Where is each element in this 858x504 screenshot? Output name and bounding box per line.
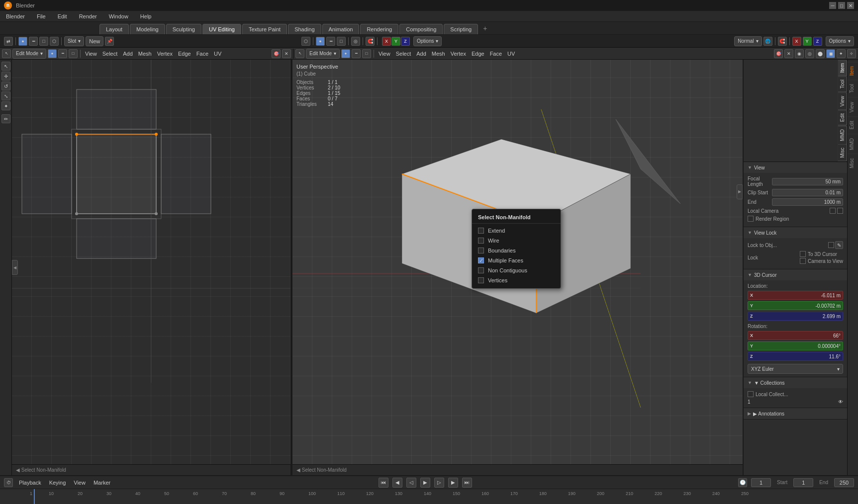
tab-sculpting[interactable]: Sculpting xyxy=(166,24,201,34)
ctx-wire[interactable]: Wire xyxy=(472,236,561,246)
3d-mesh-menu[interactable]: Mesh xyxy=(430,50,447,58)
view-lock-header[interactable]: ▼ View Lock xyxy=(744,227,847,238)
lock-to-obj-check[interactable] xyxy=(828,242,834,248)
uv-vertex-menu[interactable]: Vertex xyxy=(155,50,175,58)
playback-menu[interactable]: Playback xyxy=(17,479,43,487)
uv-right-icon2[interactable]: ✕ xyxy=(282,49,291,58)
viewport-shading2[interactable]: ◎ xyxy=(805,49,814,58)
viewport-shading6[interactable]: ✧ xyxy=(847,49,856,58)
3d-face-menu[interactable]: Face xyxy=(488,50,504,58)
uv-edge-mode2[interactable]: ━ xyxy=(58,49,67,58)
left-tool-rotate[interactable]: ↺ xyxy=(1,82,10,90)
next-frame-btn[interactable]: ▶ xyxy=(448,478,458,488)
edge-mode-3d[interactable]: ━ xyxy=(326,37,335,46)
cursor-rx-input[interactable]: X 66° xyxy=(748,331,843,340)
menu-file[interactable]: File xyxy=(35,12,48,20)
normal-dropdown[interactable]: Normal▾ xyxy=(734,36,762,46)
rotation-mode-dropdown[interactable]: XYZ Euler ▾ xyxy=(748,364,843,374)
n-panel-toggle[interactable]: ▶ xyxy=(737,184,743,199)
y-axis-btn[interactable]: Y xyxy=(391,37,400,46)
3d-select-menu[interactable]: Select xyxy=(394,50,413,58)
ctx-boundaries[interactable]: Boundaries xyxy=(472,246,561,255)
uv-select-menu[interactable]: Select xyxy=(100,50,120,58)
annotations-header[interactable]: ▶ ▶ Annotations xyxy=(744,408,847,419)
local-collect-check[interactable] xyxy=(748,391,754,397)
uv-left-tools1[interactable]: ↖ xyxy=(2,49,11,58)
close-button[interactable]: ✕ xyxy=(847,2,854,9)
tab-compositing[interactable]: Compositing xyxy=(399,24,443,34)
maximize-button[interactable]: □ xyxy=(838,2,845,9)
minimize-button[interactable]: ─ xyxy=(829,2,836,9)
edit-mode-left[interactable]: Edit Mode▾ xyxy=(12,49,46,59)
options-dropdown[interactable]: Options▾ xyxy=(413,36,442,46)
timeline-view-menu[interactable]: View xyxy=(72,479,88,487)
menu-edit[interactable]: Edit xyxy=(56,12,69,20)
uv-add-menu[interactable]: Add xyxy=(121,50,135,58)
local-camera-check[interactable] xyxy=(830,208,836,214)
3d-uv-menu[interactable]: UV xyxy=(505,50,517,58)
left-tool-scale[interactable]: ⤡ xyxy=(1,91,10,100)
tab-modeling[interactable]: Modeling xyxy=(130,24,165,34)
local-camera-btn[interactable] xyxy=(837,208,843,214)
render-region-check[interactable] xyxy=(748,216,754,222)
tab-animation[interactable]: Animation xyxy=(322,24,360,34)
uv-face-label[interactable]: Face xyxy=(194,50,210,58)
jump-end-btn[interactable]: ⏭ xyxy=(462,478,472,488)
start-frame-display[interactable]: 1 xyxy=(793,478,813,487)
3d-cursor-header[interactable]: ▼ 3D Cursor xyxy=(744,269,847,280)
tab-texture-paint[interactable]: Texture Paint xyxy=(242,24,287,34)
outer-tab-view[interactable]: View xyxy=(848,97,858,117)
viewport-shading5[interactable]: ✦ xyxy=(837,49,846,58)
z-axis-btn[interactable]: Z xyxy=(401,37,410,46)
cursor-x-input[interactable]: X -6.011 m xyxy=(748,291,843,300)
end-frame-display[interactable]: 250 xyxy=(834,478,854,487)
outer-tab-mmd[interactable]: MMD xyxy=(848,134,858,154)
edit-mode-right[interactable]: Edit Mode▾ xyxy=(306,49,340,59)
eye-icon[interactable]: 👁 xyxy=(838,399,843,405)
n-tab-misc[interactable]: Misc xyxy=(838,144,847,162)
menu-blender[interactable]: Blender xyxy=(4,12,27,20)
z2-btn[interactable]: Z xyxy=(813,37,822,46)
ctx-vertices-check[interactable] xyxy=(478,277,484,283)
outer-tab-tool[interactable]: Tool xyxy=(848,80,858,97)
left-tool-transform[interactable]: ✦ xyxy=(1,101,10,110)
n-tab-mmd[interactable]: MMD xyxy=(838,126,847,145)
uv-face-mode2[interactable]: □ xyxy=(69,49,78,58)
menu-help[interactable]: Help xyxy=(138,12,154,20)
left-tool-move[interactable]: ✛ xyxy=(1,72,10,81)
3d-edge-menu[interactable]: Edge xyxy=(470,50,486,58)
add-workspace-button[interactable]: + xyxy=(479,22,491,34)
n-tab-item[interactable]: Item xyxy=(838,60,847,76)
uv-edge-mode[interactable]: ━ xyxy=(29,37,38,46)
tab-uv-editing[interactable]: UV Editing xyxy=(202,24,241,34)
ctx-multiple-faces-check[interactable]: ✓ xyxy=(478,257,484,263)
focal-length-value[interactable]: 50 mm xyxy=(772,178,844,185)
3d-add-menu[interactable]: Add xyxy=(414,50,428,58)
keying-menu[interactable]: Keying xyxy=(47,479,68,487)
uv-vertex-mode[interactable]: ● xyxy=(18,37,27,46)
3d-view-mode-btn[interactable]: ⬡ xyxy=(301,37,310,46)
marker-menu[interactable]: Marker xyxy=(92,479,112,487)
ctx-extend[interactable]: Extend xyxy=(472,226,561,236)
uv-face-mode[interactable]: □ xyxy=(39,37,48,46)
uv-slot-selector[interactable]: Slot ▾ xyxy=(64,36,84,46)
uv-sync-btn[interactable]: ⇄ xyxy=(4,37,13,46)
y2-btn[interactable]: Y xyxy=(803,37,812,46)
3d-left-tool1[interactable]: ↖ xyxy=(295,49,304,58)
prev-frame-btn[interactable]: ◀ xyxy=(392,478,402,488)
to-3d-cursor-check[interactable] xyxy=(800,251,806,257)
uv-right-icon1[interactable]: 🎯 xyxy=(272,49,281,58)
cursor-ry-input[interactable]: Y 0.000004° xyxy=(748,341,843,350)
view-section-header[interactable]: ▼ View xyxy=(744,162,847,173)
3d-face-mode[interactable]: □ xyxy=(362,49,371,58)
options2-dropdown[interactable]: Options▾ xyxy=(826,36,854,46)
outer-tab-edit[interactable]: Edit xyxy=(848,116,858,133)
camera-to-view-check[interactable] xyxy=(800,258,806,264)
global-space[interactable]: 🌐 xyxy=(763,37,772,46)
3d-vertex-menu[interactable]: Vertex xyxy=(449,50,468,58)
n-tab-view[interactable]: View xyxy=(838,92,847,110)
lock-to-obj-edit-btn[interactable]: ✎ xyxy=(835,241,843,249)
cursor-y-input[interactable]: Y -0.00702 m xyxy=(748,301,843,310)
snap2-btn[interactable]: 🧲 xyxy=(778,37,787,46)
jump-start-btn[interactable]: ⏮ xyxy=(379,478,388,488)
